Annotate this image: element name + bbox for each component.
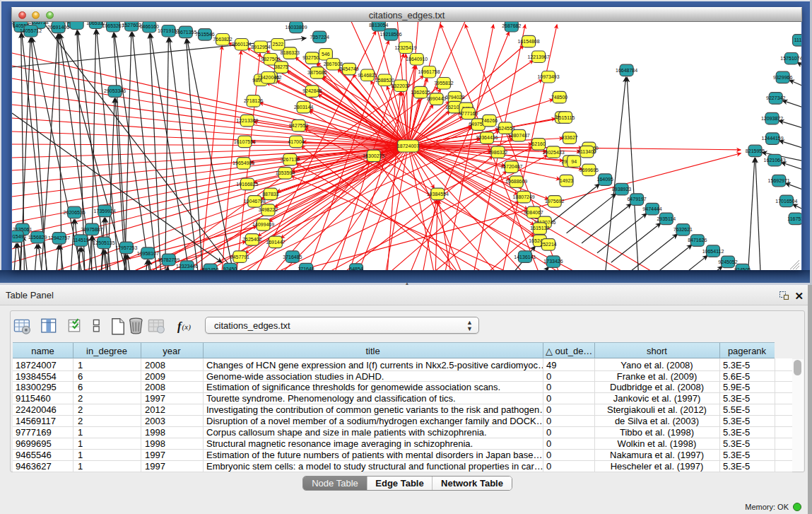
svg-text:1975692: 1975692 <box>545 199 564 204</box>
svg-text:17359924: 17359924 <box>94 209 116 214</box>
svg-text:10025433: 10025433 <box>542 150 564 155</box>
svg-text:8427552: 8427552 <box>289 123 308 128</box>
svg-text:7955812: 7955812 <box>434 81 453 86</box>
svg-text:10958107: 10958107 <box>137 251 159 256</box>
svg-text:924505: 924505 <box>734 267 751 270</box>
svg-text:18807249: 18807249 <box>513 194 535 199</box>
svg-text:14099469: 14099469 <box>252 222 274 227</box>
svg-text:20691406: 20691406 <box>47 25 69 30</box>
svg-text:546: 546 <box>322 52 330 57</box>
svg-text:16210643: 16210643 <box>764 158 786 163</box>
svg-text:1156829: 1156829 <box>28 235 47 240</box>
svg-text:8454749: 8454749 <box>339 66 358 71</box>
svg-text:14923: 14923 <box>560 178 574 183</box>
svg-text:1112: 1112 <box>794 37 801 42</box>
svg-text:2718126: 2718126 <box>244 98 263 103</box>
svg-text:12444159: 12444159 <box>762 136 784 141</box>
svg-text:14136141: 14136141 <box>514 255 536 259</box>
svg-text:164095: 164095 <box>597 177 613 182</box>
svg-text:8990443: 8990443 <box>427 96 446 101</box>
svg-text:114519: 114519 <box>73 238 89 243</box>
svg-text:7515115: 7515115 <box>556 115 575 120</box>
svg-text:2055718: 2055718 <box>29 22 48 25</box>
svg-text:19384554: 19384554 <box>427 192 449 197</box>
svg-text:16107554: 16107554 <box>234 139 256 144</box>
svg-text:92450: 92450 <box>223 267 237 270</box>
svg-text:1733426: 1733426 <box>543 259 563 264</box>
svg-text:15751074: 15751074 <box>780 56 801 61</box>
svg-text:9474444: 9474444 <box>642 206 661 211</box>
svg-text:9084067: 9084067 <box>524 210 543 215</box>
svg-text:12325419: 12325419 <box>394 45 416 50</box>
svg-text:892450: 892450 <box>202 267 218 270</box>
svg-text:1527602: 1527602 <box>122 23 141 28</box>
svg-text:16154808: 16154808 <box>518 39 540 44</box>
svg-text:7515546: 7515546 <box>195 32 214 37</box>
svg-text:9777169: 9777169 <box>459 111 478 116</box>
svg-text:16782759: 16782759 <box>158 257 180 262</box>
svg-text:10973493: 10973493 <box>537 74 559 79</box>
svg-text:64854: 64854 <box>349 267 363 270</box>
svg-text:8938923: 8938923 <box>612 187 631 192</box>
svg-text:10807487: 10807487 <box>508 133 530 138</box>
svg-text:15720407: 15720407 <box>500 164 522 169</box>
svg-text:2687682: 2687682 <box>502 23 521 28</box>
svg-text:933627: 933627 <box>561 135 577 140</box>
svg-text:746266: 746266 <box>481 118 498 123</box>
svg-text:12505135: 12505135 <box>93 240 115 245</box>
svg-text:19654985: 19654985 <box>233 160 254 165</box>
svg-text:15692971: 15692971 <box>768 178 790 183</box>
svg-text:12323446: 12323446 <box>176 264 198 269</box>
svg-text:10046798: 10046798 <box>244 199 266 204</box>
svg-text:17016504: 17016504 <box>775 199 797 204</box>
svg-text:9329966: 9329966 <box>773 75 792 80</box>
svg-text:887833: 887833 <box>262 192 278 197</box>
svg-text:12213369: 12213369 <box>236 118 258 123</box>
svg-text:7357224: 7357224 <box>310 35 329 40</box>
svg-text:17957253: 17957253 <box>115 245 137 250</box>
svg-text:10688609: 10688609 <box>505 179 527 184</box>
svg-text:3624554: 3624554 <box>495 126 514 131</box>
svg-text:62160: 62160 <box>531 141 546 146</box>
svg-text:252214: 252214 <box>540 242 556 247</box>
svg-text:9827509: 9827509 <box>261 57 280 62</box>
svg-text:3498222: 3498222 <box>259 207 278 212</box>
svg-text:6794028: 6794028 <box>445 95 464 100</box>
svg-text:20364436: 20364436 <box>476 135 498 140</box>
svg-text:18724007: 18724007 <box>397 144 419 148</box>
svg-text:12093872: 12093872 <box>761 116 783 121</box>
svg-text:10653267: 10653267 <box>102 23 124 28</box>
svg-text:9227342: 9227342 <box>766 95 785 100</box>
svg-text:8322037: 8322037 <box>391 83 410 88</box>
svg-text:16033809: 16033809 <box>286 25 307 30</box>
svg-text:1353594: 1353594 <box>276 170 295 175</box>
svg-text:3875685: 3875685 <box>307 70 326 75</box>
svg-text:7632621: 7632621 <box>673 227 693 232</box>
svg-text:6466160: 6466160 <box>140 24 159 29</box>
svg-text:12213967: 12213967 <box>528 54 550 59</box>
svg-text:2522: 2522 <box>273 42 284 47</box>
svg-text:1691447: 1691447 <box>266 240 285 245</box>
svg-text:20206536: 20206536 <box>64 210 86 215</box>
svg-text:748500: 748500 <box>551 95 567 100</box>
svg-text:16648784: 16648784 <box>616 68 637 73</box>
svg-text:9699695: 9699695 <box>579 168 599 173</box>
svg-text:7663822: 7663822 <box>213 37 232 42</box>
svg-text:6479197: 6479197 <box>627 197 646 201</box>
svg-text:1615132: 1615132 <box>530 226 549 230</box>
svg-text:1362615: 1362615 <box>411 90 430 95</box>
svg-text:8660124: 8660124 <box>232 42 251 47</box>
svg-text:9242848: 9242848 <box>302 88 322 93</box>
svg-text:1588520: 1588520 <box>375 78 394 83</box>
svg-text:(x): (x) <box>182 322 192 332</box>
svg-text:16671355: 16671355 <box>175 30 196 35</box>
svg-text:30975887: 30975887 <box>81 227 103 232</box>
svg-text:116753: 116753 <box>787 216 801 221</box>
svg-text:10961758: 10961758 <box>418 69 440 74</box>
svg-text:2803144: 2803144 <box>294 105 313 110</box>
svg-text:9146821: 9146821 <box>358 73 377 78</box>
svg-text:3915491: 3915491 <box>12 234 27 239</box>
svg-text:9457791: 9457791 <box>230 255 249 259</box>
svg-text:23420046: 23420046 <box>257 75 279 80</box>
svg-text:18640910: 18640910 <box>406 57 428 62</box>
